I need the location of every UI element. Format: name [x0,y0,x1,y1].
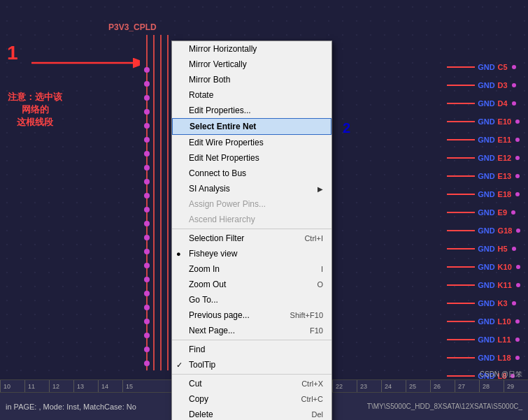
status-right: T\MY\S5000C_HDD_8XSATA\12XSATA\S5000C_ [367,403,522,410]
menu-item-cut[interactable]: CutCtrl+X [172,376,331,391]
menu-item-goto[interactable]: Go To... [172,292,331,307]
net-line-9 [447,230,475,231]
net-pin-15: L11 [498,335,511,344]
net-entry-14: GNDL10 [447,317,521,326]
net-dot-9 [516,229,520,233]
net-dot-8 [511,210,515,215]
annotation-text: 注意：选中该网络的 这根线段 [3,91,66,129]
menu-item-delete[interactable]: DeleteDel [172,407,331,420]
menu-label-delete: Delete [189,410,213,419]
net-dot-4 [515,138,520,142]
net-gnd-16: GND [478,354,494,362]
menu-label-assign-power: Assign Power Pins... [189,199,266,209]
menu-label-ascend: Ascend Hierarchy [189,215,255,224]
net-dot-3 [515,120,520,124]
net-entry-11: GNDK10 [447,263,521,271]
net-gnd-7: GND [478,190,494,198]
menu-label-tooltip: ToolTip [189,360,215,370]
menu-item-si-analysis[interactable]: SI Analysis▶ [172,181,331,196]
net-entry-4: GNDE11 [447,136,521,144]
svg-point-23 [144,305,150,310]
menu-item-tooltip[interactable]: ✓ToolTip [172,357,331,372]
svg-point-8 [144,95,150,101]
menu-item-zoom-in[interactable]: Zoom InI [172,261,331,277]
net-line-4 [447,139,475,140]
net-pin-0: C5 [498,63,508,71]
svg-point-16 [144,207,150,212]
menu-item-connect-bus[interactable]: Connect to Bus [172,166,331,181]
menu-item-fisheye[interactable]: ●Fisheye view [172,246,331,261]
menu-item-mirror-both[interactable]: Mirror Both [172,72,331,87]
menu-item-edit-net[interactable]: Edit Net Properties [172,150,331,166]
net-line-8 [447,212,475,213]
menu-item-edit-props[interactable]: Edit Properties... [172,103,331,118]
shortcut-cut: Ctrl+X [301,379,323,388]
ruler-tick-24: 24 [381,380,406,392]
menu-item-mirror-h[interactable]: Mirror Horizontally [172,41,331,57]
svg-point-22 [144,291,150,296]
net-pin-3: E10 [498,117,512,126]
menu-label-edit-props: Edit Properties... [189,106,251,115]
net-label-p3v3: P3V3_CPLD [108,22,157,32]
menu-label-selection-filter: Selection Filter [189,233,244,243]
menu-label-select-net: Select Entire Net [190,122,256,131]
svg-point-19 [144,249,150,254]
net-dot-7 [515,192,520,196]
check-icon-tooltip: ✓ [176,361,183,370]
shortcut-selection-filter: Ctrl+I [304,234,323,242]
svg-point-7 [144,81,150,87]
net-line-1 [447,85,475,86]
menu-item-zoom-out[interactable]: Zoom OutO [172,277,331,292]
shortcut-delete: Del [311,410,323,419]
ruler-tick-27: 27 [455,380,479,392]
net-pin-6: E13 [498,172,512,180]
net-line-11 [447,266,475,268]
net-gnd-0: GND [478,63,494,71]
net-pin-9: G18 [498,226,513,235]
menu-item-mirror-v[interactable]: Mirror Vertically [172,57,331,72]
net-dot-6 [515,174,520,178]
menu-item-select-net[interactable]: Select Entire Net [172,118,331,135]
svg-point-20 [144,263,150,268]
menu-item-edit-wire[interactable]: Edit Wire Properties [172,135,331,150]
net-gnd-6: GND [478,172,494,180]
menu-item-copy[interactable]: CopyCtrl+C [172,391,331,407]
net-line-0 [447,66,475,68]
menu-item-selection-filter[interactable]: Selection FilterCtrl+I [172,231,331,246]
ruler-tick-13: 13 [73,380,98,392]
menu-item-next-page[interactable]: Next Page...F10 [172,323,331,338]
ruler-tick-10: 10 [0,380,24,392]
menu-item-rotate[interactable]: Rotate [172,87,331,103]
shortcut-next-page: F10 [310,326,323,335]
net-gnd-14: GND [478,317,494,326]
net-pin-10: H5 [498,245,508,253]
ruler-tick-15: 15 [122,380,147,392]
net-entry-3: GNDE10 [447,117,521,126]
net-gnd-2: GND [478,99,494,108]
net-dot-15 [515,338,520,342]
menu-label-fisheye: Fisheye view [189,249,237,259]
menu-item-assign-power: Assign Power Pins... [172,196,331,212]
menu-label-find: Find [189,345,205,354]
menu-item-prev-page[interactable]: Previous page...Shift+F10 [172,307,331,323]
net-dot-1 [512,83,516,87]
net-pin-14: L10 [498,317,511,326]
svg-point-25 [144,333,150,338]
net-labels-panel: GNDC5GNDD3GNDD4GNDE10GNDE11GNDE12GNDE13G… [447,63,521,420]
svg-point-17 [144,221,150,226]
svg-point-24 [144,319,150,324]
net-line-15 [447,339,475,340]
ruler-tick-22: 22 [332,380,357,392]
menu-item-find[interactable]: Find [172,342,331,357]
net-pin-13: K3 [498,299,508,307]
ruler-tick-25: 25 [406,380,430,392]
net-line-12 [447,284,475,286]
ruler-tick-26: 26 [430,380,455,392]
net-pin-16: L18 [498,354,511,362]
menu-label-mirror-v: Mirror Vertically [189,59,247,69]
net-entry-15: GNDL11 [447,335,521,344]
ruler-tick-11: 11 [24,380,49,392]
net-line-16 [447,357,475,359]
net-dot-10 [512,247,516,251]
net-gnd-15: GND [478,335,494,344]
